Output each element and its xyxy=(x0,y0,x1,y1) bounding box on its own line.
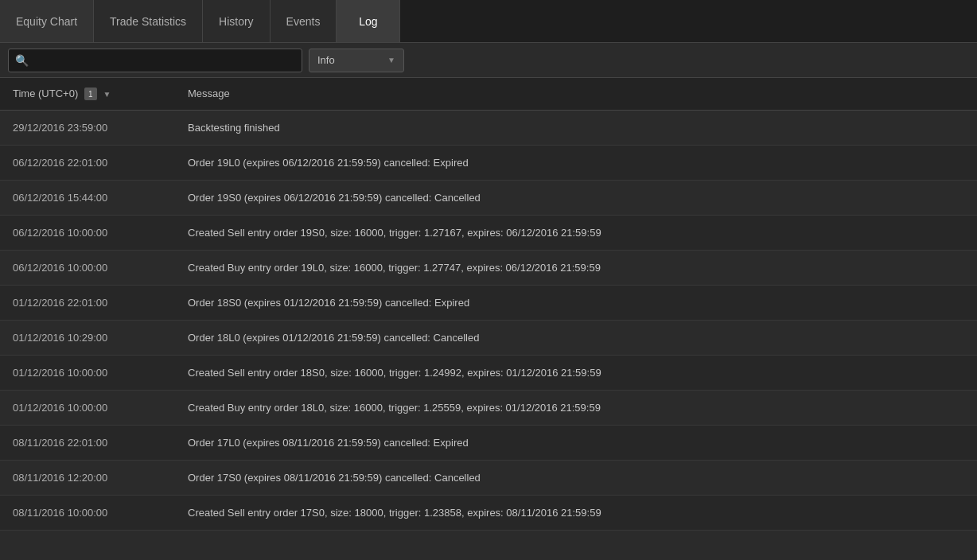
tab-events[interactable]: Events xyxy=(271,0,337,42)
table-row: 06/12/2016 10:00:00Created Sell entry or… xyxy=(0,215,977,250)
tab-log-label: Log xyxy=(359,15,377,28)
tab-equity-chart-label: Equity Chart xyxy=(16,15,77,28)
message-cell: Created Buy entry order 19L0, size: 1600… xyxy=(175,250,977,285)
message-cell: Created Sell entry order 19S0, size: 160… xyxy=(175,215,977,250)
time-cell: 01/12/2016 10:00:00 xyxy=(0,355,175,390)
tab-bar: Equity Chart Trade Statistics History Ev… xyxy=(0,0,977,43)
message-cell: Order 18S0 (expires 01/12/2016 21:59:59)… xyxy=(175,285,977,320)
log-table: Time (UTC+0) 1 ▼ Message 29/12/2016 23:5… xyxy=(0,78,977,531)
sort-arrow-icon: ▼ xyxy=(103,90,111,99)
time-cell: 06/12/2016 10:00:00 xyxy=(0,250,175,285)
search-box[interactable]: 🔍 xyxy=(8,49,302,72)
message-cell: Created Sell entry order 17S0, size: 180… xyxy=(175,495,977,530)
time-cell: 06/12/2016 15:44:00 xyxy=(0,180,175,215)
tab-history-label: History xyxy=(219,15,254,28)
message-cell: Backtesting finished xyxy=(175,110,977,145)
message-cell: Order 19S0 (expires 06/12/2016 21:59:59)… xyxy=(175,180,977,215)
message-cell: Order 19L0 (expires 06/12/2016 21:59:59)… xyxy=(175,145,977,180)
time-cell: 08/11/2016 12:20:00 xyxy=(0,460,175,495)
col-time-label: Time (UTC+0) xyxy=(13,88,78,99)
table-row: 08/11/2016 12:20:00Order 17S0 (expires 0… xyxy=(0,460,977,495)
toolbar: 🔍 Info ▼ xyxy=(0,43,977,78)
sort-badge[interactable]: 1 xyxy=(84,88,97,100)
search-icon: 🔍 xyxy=(15,54,29,67)
chevron-down-icon: ▼ xyxy=(387,56,395,64)
tab-trade-statistics-label: Trade Statistics xyxy=(110,15,186,28)
time-cell: 29/12/2016 23:59:00 xyxy=(0,110,175,145)
table-row: 01/12/2016 10:00:00Created Sell entry or… xyxy=(0,355,977,390)
table-row: 08/11/2016 10:00:00Created Sell entry or… xyxy=(0,495,977,530)
message-cell: Order 17L0 (expires 08/11/2016 21:59:59)… xyxy=(175,425,977,460)
tab-trade-statistics[interactable]: Trade Statistics xyxy=(94,0,203,42)
dropdown-label: Info xyxy=(317,54,335,66)
col-time-header[interactable]: Time (UTC+0) 1 ▼ xyxy=(0,78,175,110)
message-cell: Order 18L0 (expires 01/12/2016 21:59:59)… xyxy=(175,320,977,355)
log-level-dropdown[interactable]: Info ▼ xyxy=(309,49,404,72)
message-cell: Created Sell entry order 18S0, size: 160… xyxy=(175,355,977,390)
message-cell: Created Buy entry order 18L0, size: 1600… xyxy=(175,390,977,425)
table-row: 01/12/2016 10:00:00Created Buy entry ord… xyxy=(0,390,977,425)
search-input[interactable] xyxy=(32,54,295,66)
tab-equity-chart[interactable]: Equity Chart xyxy=(0,0,94,42)
time-cell: 08/11/2016 10:00:00 xyxy=(0,495,175,530)
table-row: 08/11/2016 22:01:00Order 17L0 (expires 0… xyxy=(0,425,977,460)
table-row: 29/12/2016 23:59:00Backtesting finished xyxy=(0,110,977,145)
time-cell: 06/12/2016 22:01:00 xyxy=(0,145,175,180)
table-row: 01/12/2016 22:01:00Order 18S0 (expires 0… xyxy=(0,285,977,320)
log-table-container: Time (UTC+0) 1 ▼ Message 29/12/2016 23:5… xyxy=(0,78,977,560)
table-row: 06/12/2016 15:44:00Order 19S0 (expires 0… xyxy=(0,180,977,215)
tab-events-label: Events xyxy=(286,15,321,28)
col-message-header: Message xyxy=(175,78,977,110)
tab-log[interactable]: Log xyxy=(337,0,400,42)
table-header-row: Time (UTC+0) 1 ▼ Message xyxy=(0,78,977,110)
table-row: 06/12/2016 10:00:00Created Buy entry ord… xyxy=(0,250,977,285)
time-cell: 01/12/2016 10:00:00 xyxy=(0,390,175,425)
time-cell: 01/12/2016 22:01:00 xyxy=(0,285,175,320)
tab-history[interactable]: History xyxy=(203,0,271,42)
col-message-label: Message xyxy=(188,88,230,99)
log-table-body: 29/12/2016 23:59:00Backtesting finished0… xyxy=(0,110,977,530)
time-cell: 01/12/2016 10:29:00 xyxy=(0,320,175,355)
message-cell: Order 17S0 (expires 08/11/2016 21:59:59)… xyxy=(175,460,977,495)
time-cell: 06/12/2016 10:00:00 xyxy=(0,215,175,250)
table-row: 01/12/2016 10:29:00Order 18L0 (expires 0… xyxy=(0,320,977,355)
table-row: 06/12/2016 22:01:00Order 19L0 (expires 0… xyxy=(0,145,977,180)
time-cell: 08/11/2016 22:01:00 xyxy=(0,425,175,460)
